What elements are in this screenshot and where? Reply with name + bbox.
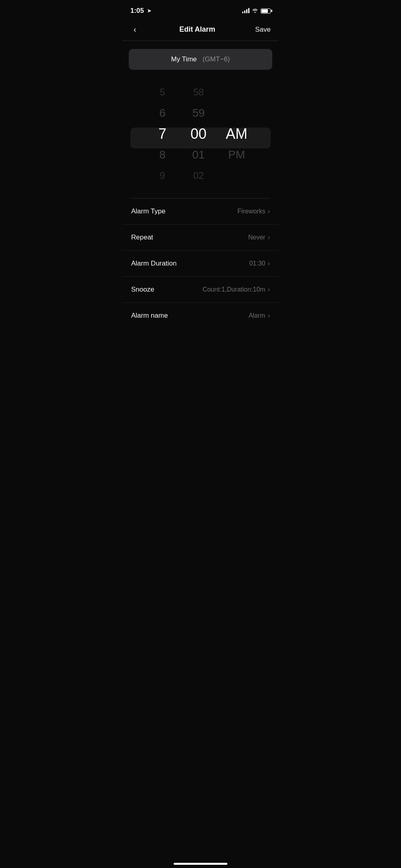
hour-item-6: 6 (144, 103, 180, 124)
snooze-chevron-icon: › (268, 286, 270, 293)
repeat-row[interactable]: Repeat Never › (122, 225, 279, 251)
ampm-item-pm: PM (217, 144, 257, 165)
hour-item-5: 5 (144, 82, 180, 103)
status-time-group: 1:05 ➤ (130, 7, 151, 15)
save-button[interactable]: Save (255, 26, 271, 34)
alarm-duration-value: 01:30 (249, 260, 265, 267)
battery-icon (261, 8, 271, 14)
status-time-text: 1:05 (130, 7, 144, 15)
hour-picker-column[interactable]: 5 6 7 8 9 (144, 82, 180, 186)
settings-list: Alarm Type Fireworks › Repeat Never › Al… (122, 199, 279, 329)
minute-item-59: 59 (180, 103, 217, 124)
alarm-name-value-group: Alarm › (249, 312, 270, 319)
timezone-label: My Time (171, 55, 197, 63)
alarm-duration-label: Alarm Duration (131, 260, 176, 268)
wifi-icon (252, 8, 258, 14)
ampm-item-am: AM (217, 124, 257, 144)
alarm-duration-chevron-icon: › (268, 260, 270, 267)
page-title: Edit Alarm (179, 25, 215, 34)
alarm-name-chevron-icon: › (268, 312, 270, 319)
hour-item-9: 9 (144, 165, 180, 186)
ampm-item-empty-2 (217, 103, 257, 124)
ampm-picker-column[interactable]: AM PM (217, 82, 257, 186)
time-picker[interactable]: 5 6 7 8 9 58 59 00 01 02 AM PM (122, 78, 279, 198)
minute-picker-column[interactable]: 58 59 00 01 02 (180, 82, 217, 186)
alarm-name-label: Alarm name (131, 312, 168, 320)
signal-icon (242, 8, 249, 13)
nav-bar: ‹ Edit Alarm Save (122, 19, 279, 41)
alarm-duration-value-group: 01:30 › (249, 260, 270, 267)
alarm-type-chevron-icon: › (268, 208, 270, 215)
alarm-name-value: Alarm (249, 312, 265, 319)
repeat-chevron-icon: › (268, 234, 270, 241)
phone-screen: 1:05 ➤ (122, 0, 279, 339)
repeat-value: Never (248, 234, 265, 241)
status-icons (242, 8, 271, 14)
battery-fill (261, 9, 268, 13)
alarm-type-value-group: Fireworks › (237, 208, 270, 215)
alarm-name-row[interactable]: Alarm name Alarm › (122, 303, 279, 329)
location-arrow-icon: ➤ (147, 8, 151, 14)
snooze-label: Snooze (131, 286, 154, 294)
minute-item-02: 02 (180, 165, 217, 186)
minute-item-01: 01 (180, 144, 217, 165)
repeat-value-group: Never › (248, 234, 270, 241)
minute-item-58: 58 (180, 82, 217, 103)
alarm-type-label: Alarm Type (131, 207, 166, 215)
ampm-item-empty-3 (217, 165, 257, 186)
alarm-type-row[interactable]: Alarm Type Fireworks › (122, 199, 279, 225)
back-button[interactable]: ‹ (130, 23, 140, 36)
status-bar: 1:05 ➤ (122, 0, 279, 19)
snooze-value: Count:1,Duration:10m (203, 286, 265, 293)
alarm-type-value: Fireworks (237, 208, 265, 215)
timezone-gmt: (GMT−6) (203, 55, 230, 63)
timezone-section: My Time (GMT−6) (122, 41, 279, 78)
minute-item-00: 00 (180, 124, 217, 144)
timezone-button[interactable]: My Time (GMT−6) (129, 49, 272, 70)
snooze-value-group: Count:1,Duration:10m › (203, 286, 270, 293)
alarm-duration-row[interactable]: Alarm Duration 01:30 › (122, 251, 279, 277)
snooze-row[interactable]: Snooze Count:1,Duration:10m › (122, 277, 279, 303)
hour-item-8: 8 (144, 144, 180, 165)
repeat-label: Repeat (131, 233, 153, 241)
ampm-item-empty-1 (217, 82, 257, 103)
hour-item-7: 7 (144, 124, 180, 144)
